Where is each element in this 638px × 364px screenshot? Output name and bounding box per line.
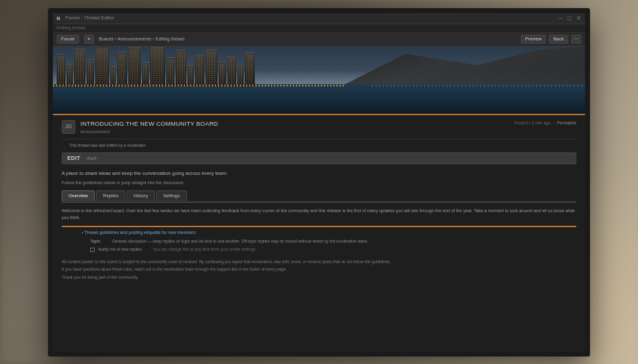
preview-button[interactable]: Preview xyxy=(521,35,546,44)
edit-label: EDIT xyxy=(67,155,80,162)
app-badge-icon: B xyxy=(57,16,62,21)
breadcrumb[interactable]: Boards › Announcements › Editing thread xyxy=(99,36,184,42)
post-title: INTRODUCING THE NEW COMMUNITY BOARD xyxy=(80,120,509,128)
footer-p3: Thank you for being part of the communit… xyxy=(62,274,576,281)
back-button[interactable]: Back xyxy=(549,35,568,44)
notify-checkbox[interactable] xyxy=(90,248,95,252)
accent-divider xyxy=(62,226,576,227)
window-minimize-button[interactable]: – xyxy=(559,14,562,22)
menu-icon[interactable]: ≡ xyxy=(84,35,94,44)
tabs-underline xyxy=(62,202,576,203)
tab-replies[interactable]: Replies xyxy=(96,190,125,201)
monitor-frame: B Forum · Thread Editor – ◻ ✕ Editing th… xyxy=(48,8,590,357)
post-header: JD INTRODUCING THE NEW COMMUNITY BOARD A… xyxy=(62,120,576,139)
notify-note: You can change this at any time from you… xyxy=(153,247,257,253)
tab-overview[interactable]: Overview xyxy=(62,190,95,201)
browser-tab[interactable]: Editing thread xyxy=(57,25,85,31)
guideline-link-row: Thread guidelines and posting etiquette … xyxy=(62,230,576,236)
lead-text: A place to share ideas and keep the conv… xyxy=(62,170,576,177)
window-title: Forum · Thread Editor xyxy=(65,15,114,22)
avatar[interactable]: JD xyxy=(62,120,75,134)
topic-label: Topic: xyxy=(90,239,101,245)
page-body: JD INTRODUCING THE NEW COMMUNITY BOARD A… xyxy=(53,115,585,287)
content-tabs: Overview Replies History Settings xyxy=(62,190,576,202)
post-timestamp: Posted • 2 min ago xyxy=(514,121,551,125)
footer-text: All content posted to this board is subj… xyxy=(62,259,576,281)
intro-paragraph: Welcome to the refreshed board. Over the… xyxy=(62,208,576,221)
footer-p2: If you have questions about these rules,… xyxy=(62,266,576,273)
post-subtitle: Announcement xyxy=(80,129,509,134)
edit-bar[interactable]: EDIT draft xyxy=(62,152,576,164)
window-close-button[interactable]: ✕ xyxy=(576,14,581,22)
post-meta: Posted • 2 min ago · Permalink xyxy=(514,120,576,126)
tab-settings[interactable]: Settings xyxy=(156,190,187,201)
edit-hint: draft xyxy=(87,156,97,161)
tab-history[interactable]: History xyxy=(126,190,155,201)
window-maximize-button[interactable]: ◻ xyxy=(567,14,571,22)
notify-row: Notify me of new replies You can change … xyxy=(62,247,576,253)
topic-row: Topic: General discussion — keep replies… xyxy=(62,239,576,245)
home-button[interactable]: Forum xyxy=(57,35,79,44)
guidelines-link[interactable]: Thread guidelines and posting etiquette … xyxy=(84,230,196,235)
browser-tabbar: Editing thread xyxy=(53,24,585,33)
permalink[interactable]: Permalink xyxy=(557,121,576,125)
footer-p1: All content posted to this board is subj… xyxy=(62,259,576,265)
window-titlebar: B Forum · Thread Editor – ◻ ✕ xyxy=(53,13,585,24)
lead-subtext: Follow the guidelines below or jump stra… xyxy=(62,180,576,185)
screen: B Forum · Thread Editor – ◻ ✕ Editing th… xyxy=(53,13,585,352)
more-button[interactable]: ⋯ xyxy=(571,35,581,44)
edit-notice: This thread was last edited by a moderat… xyxy=(62,143,576,149)
topic-text: General discussion — keep replies on top… xyxy=(112,239,368,245)
page-toolbar: Forum ≡ Boards › Announcements › Editing… xyxy=(53,33,585,47)
notify-label: Notify me of new replies xyxy=(98,247,141,251)
hero-banner xyxy=(53,47,585,115)
